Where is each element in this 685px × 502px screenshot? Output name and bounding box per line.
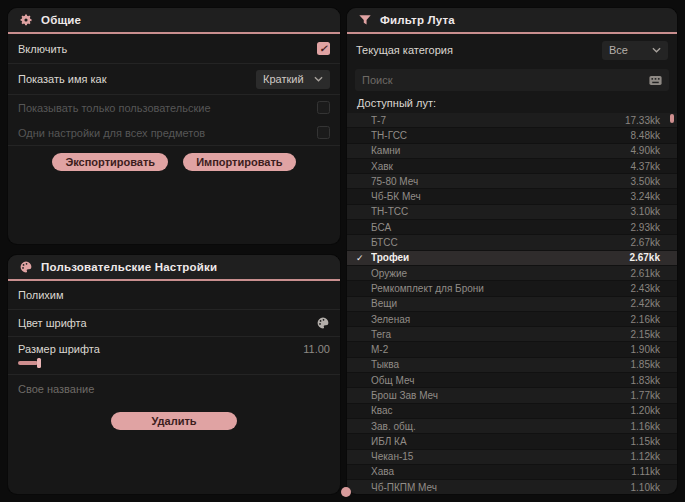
loot-row[interactable]: Вещи 2.42kk (347, 297, 677, 312)
loot-row[interactable]: М-2 1.90kk (347, 342, 677, 357)
loot-item-name: БСА (371, 222, 631, 233)
loot-item-value: 2.67kk (629, 252, 660, 263)
slider-handle[interactable] (37, 358, 41, 368)
loot-row[interactable]: Тыква 1.85kk (347, 358, 677, 373)
loot-item-name: ИБЛ КА (371, 436, 631, 447)
custom-settings-panel: Пользовательские Настройки Полихим Цвет … (8, 255, 340, 494)
general-panel: Общие Включить ✓ Показать имя как Кратки… (8, 8, 340, 244)
name-format-value: Краткий (263, 73, 304, 85)
import-button[interactable]: Импортировать (183, 153, 295, 171)
loot-item-value: 2.61kk (631, 268, 660, 279)
loot-item-name: Общ Меч (371, 375, 631, 386)
loot-item-value: 3.10kk (631, 206, 660, 217)
loot-row[interactable]: Квас 1.20kk (347, 404, 677, 419)
loot-item-name: Камни (371, 145, 631, 156)
loot-row[interactable]: БТСС 2.67kk (347, 235, 677, 250)
loot-item-name: ТН-ГСС (371, 130, 631, 141)
loot-item-name: Вещи (371, 298, 631, 309)
loot-item-name: Ремкомплект для Брони (371, 283, 631, 294)
loot-row[interactable]: Т-7 17.33kk (347, 113, 677, 128)
custom-name-row (8, 374, 340, 402)
loot-label-row: Доступный лут: (347, 91, 677, 113)
name-format-row: Показать имя как Краткий (8, 63, 340, 94)
loot-filter-header: Фильтр Лута (347, 8, 677, 34)
loot-item-name: Оружие (371, 268, 631, 279)
check-icon: ✓ (356, 253, 371, 263)
available-loot-label: Доступный лут: (357, 97, 436, 109)
loot-row[interactable]: ТН-ТСС 3.10kk (347, 205, 677, 220)
loot-item-value: 2.67kk (631, 237, 660, 248)
loot-item-value: 4.37kk (631, 161, 660, 172)
loot-item-name: Хава (371, 466, 631, 477)
category-dropdown[interactable]: Все (602, 41, 668, 60)
name-format-dropdown[interactable]: Краткий (256, 70, 330, 89)
selected-item-row: Полихим (8, 281, 340, 309)
loot-row[interactable]: Тега 2.15kk (347, 327, 677, 342)
same-settings-checkbox[interactable] (317, 126, 330, 139)
delete-button[interactable]: Удалить (111, 412, 236, 430)
enable-row: Включить ✓ (8, 34, 340, 63)
loot-row[interactable]: ИБЛ КА 1.15kk (347, 434, 677, 449)
show-custom-only-row: Показывать только пользовательские (8, 94, 340, 120)
same-settings-label: Одни настройки для всех предметов (18, 127, 205, 139)
loot-item-value: 1.83kk (631, 375, 660, 386)
loot-row[interactable]: Чб-ПКПМ Меч 1.10kk (347, 480, 677, 494)
loot-item-name: Т-7 (371, 115, 625, 126)
loot-filter-title: Фильтр Лута (380, 14, 455, 26)
loot-item-value: 8.48kk (631, 130, 660, 141)
loot-row[interactable]: БСА 2.93kk (347, 220, 677, 235)
general-panel-header: Общие (8, 8, 340, 34)
loot-item-name: 75-80 Меч (371, 176, 631, 187)
loot-row[interactable]: Ремкомплект для Брони 2.43kk (347, 281, 677, 296)
loot-item-value: 1.15kk (631, 436, 660, 447)
same-settings-row: Одни настройки для всех предметов (8, 120, 340, 145)
custom-settings-header: Пользовательские Настройки (8, 255, 340, 281)
loot-row[interactable]: Чб-БК Меч 3.24kk (347, 189, 677, 204)
loot-row[interactable]: Хавк 4.37kk (347, 159, 677, 174)
loot-item-value: 2.42kk (631, 298, 660, 309)
loot-row[interactable]: Хава 1.11kk (347, 465, 677, 480)
loot-item-value: 1.10kk (631, 482, 660, 493)
category-value: Все (609, 44, 628, 56)
loot-row[interactable]: Камни 4.90kk (347, 144, 677, 159)
loot-item-name: ТН-ТСС (371, 206, 631, 217)
loot-list: Т-7 17.33kk ТН-ГСС 8.48kk Камни 4.90kk Х… (347, 113, 677, 494)
scrollbar-handle[interactable] (670, 114, 674, 123)
custom-settings-title: Пользовательские Настройки (41, 261, 217, 273)
loot-row[interactable]: Зав. общ. 1.16kk (347, 419, 677, 434)
chevron-down-icon (652, 47, 661, 53)
loot-filter-panel: Фильтр Лута Текущая категория Все Доступ… (347, 8, 677, 494)
loot-row[interactable]: ✓ Трофеи 2.67kk (347, 251, 677, 266)
loot-item-value: 2.43kk (631, 283, 660, 294)
export-button[interactable]: Экспортировать (52, 153, 168, 171)
loot-row[interactable]: Зеленая 2.16kk (347, 312, 677, 327)
loot-item-name: БТСС (371, 237, 631, 248)
filter-funnel-icon (358, 13, 372, 27)
loot-row[interactable]: Общ Меч 1.83kk (347, 373, 677, 388)
general-panel-title: Общие (41, 14, 81, 26)
show-custom-only-checkbox[interactable] (317, 101, 330, 114)
loot-row[interactable]: Чекан-15 1.12kk (347, 450, 677, 465)
resize-grip[interactable] (341, 487, 351, 497)
enable-checkbox[interactable]: ✓ (317, 42, 330, 55)
loot-row[interactable]: ТН-ГСС 8.48kk (347, 128, 677, 143)
loot-item-name: Чб-ПКПМ Меч (371, 482, 631, 493)
loot-row[interactable]: Брош Зав Меч 1.77kk (347, 388, 677, 403)
loot-item-name: М-2 (371, 344, 631, 355)
font-size-slider[interactable] (18, 358, 138, 368)
loot-item-name: Квас (371, 405, 631, 416)
name-format-label: Показать имя как (18, 73, 107, 85)
loot-row[interactable]: Оружие 2.61kk (347, 266, 677, 281)
virtual-keyboard-button[interactable] (649, 75, 662, 86)
slider-fill (18, 361, 38, 365)
loot-item-value: 2.16kk (631, 314, 660, 325)
chevron-down-icon (314, 76, 323, 82)
color-picker-button[interactable] (316, 316, 330, 330)
custom-name-input[interactable] (18, 383, 330, 395)
loot-item-value: 2.93kk (631, 222, 660, 233)
category-row: Текущая категория Все (347, 34, 677, 62)
search-input[interactable] (362, 74, 643, 86)
loot-row[interactable]: 75-80 Меч 3.50kk (347, 174, 677, 189)
loot-item-name: Хавк (371, 161, 631, 172)
loot-item-value: 1.90kk (631, 344, 660, 355)
